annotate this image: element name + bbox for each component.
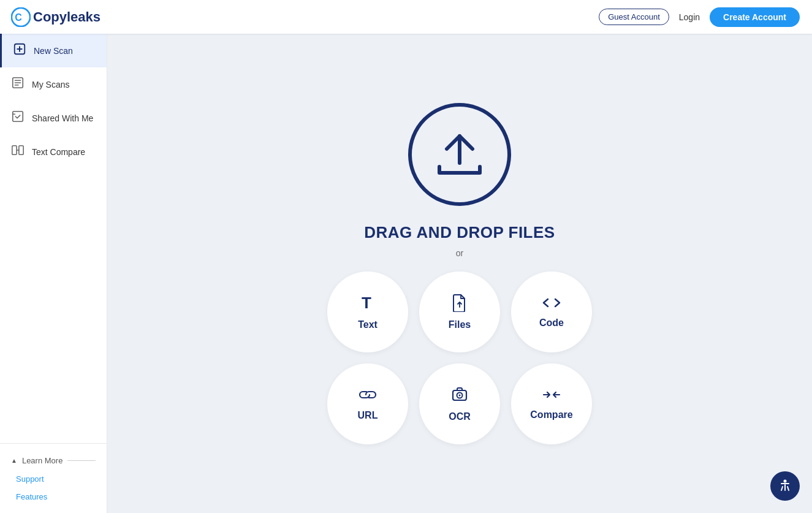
drag-drop-title: DRAG AND DROP FILES [364,223,555,242]
code-icon [542,295,561,313]
svg-rect-5 [12,146,17,155]
logo-text: Copyleaks [33,9,101,25]
code-scan-button[interactable]: Code [511,272,592,352]
scan-options: T Text Files [327,272,592,444]
code-label: Code [539,317,564,329]
ocr-scan-button[interactable]: OCR [419,363,500,444]
or-text: or [456,248,463,258]
sidebar: New Scan My Scans [0,34,107,513]
logo-area: C Copyleaks [0,7,107,27]
header-right: Guest Account Login Create Account [599,7,800,27]
accessibility-button[interactable] [770,471,800,501]
sidebar-shared-label: Shared With Me [32,113,93,123]
learn-more-header[interactable]: ▲ Learn More [0,451,107,470]
svg-text:T: T [362,294,371,312]
text-icon: T [359,294,377,314]
create-account-button[interactable]: Create Account [710,7,800,27]
upload-area: DRAG AND DROP FILES or T Text [327,103,592,444]
svg-point-11 [784,480,787,483]
layout: New Scan My Scans [0,34,812,513]
learn-more-divider [67,460,96,461]
svg-text:C: C [15,12,22,23]
sidebar-my-scans-label: My Scans [32,80,69,89]
sidebar-item-text-compare[interactable]: Text Compare [0,135,107,169]
my-scans-icon [11,76,25,93]
scan-row-2: URL OCR [327,363,592,444]
header: C Copyleaks Guest Account Login Create A… [0,0,812,34]
compare-label: Compare [530,409,572,420]
upload-icon [432,131,487,177]
chevron-icon: ▲ [11,457,17,464]
main-content: DRAG AND DROP FILES or T Text [107,34,812,513]
svg-point-10 [459,394,461,396]
svg-rect-6 [19,146,23,155]
files-icon [451,294,468,314]
svg-rect-4 [13,112,23,122]
upload-circle[interactable] [408,103,511,206]
sidebar-support-link[interactable]: Support [0,470,107,488]
ocr-icon [450,386,469,406]
sidebar-item-new-scan[interactable]: New Scan [0,34,107,67]
text-scan-button[interactable]: T Text [327,272,408,352]
logo-icon: C [11,7,31,27]
url-icon [358,387,378,405]
login-button[interactable]: Login [679,12,700,22]
sidebar-item-my-scans[interactable]: My Scans [0,67,107,101]
accessibility-icon [777,478,793,494]
ocr-label: OCR [449,411,471,422]
text-compare-icon [11,143,25,160]
compare-icon [541,387,562,405]
url-scan-button[interactable]: URL [327,363,408,444]
files-scan-button[interactable]: Files [419,272,500,352]
compare-scan-button[interactable]: Compare [511,363,592,444]
sidebar-item-shared-with-me[interactable]: Shared With Me [0,101,107,135]
sidebar-features-link[interactable]: Features [0,488,107,506]
shared-with-me-icon [11,110,25,126]
url-label: URL [358,410,378,421]
sidebar-bottom: ▲ Learn More Support Features [0,443,107,513]
files-label: Files [449,319,471,330]
new-scan-icon [13,42,26,59]
learn-more-label: Learn More [22,456,63,465]
sidebar-text-compare-label: Text Compare [32,147,85,157]
sidebar-new-scan-label: New Scan [34,46,73,56]
guest-account-badge[interactable]: Guest Account [599,9,669,25]
text-label: Text [358,319,378,330]
sidebar-nav: New Scan My Scans [0,34,107,443]
scan-row-1: T Text Files [327,272,592,352]
logo: C Copyleaks [11,7,101,27]
